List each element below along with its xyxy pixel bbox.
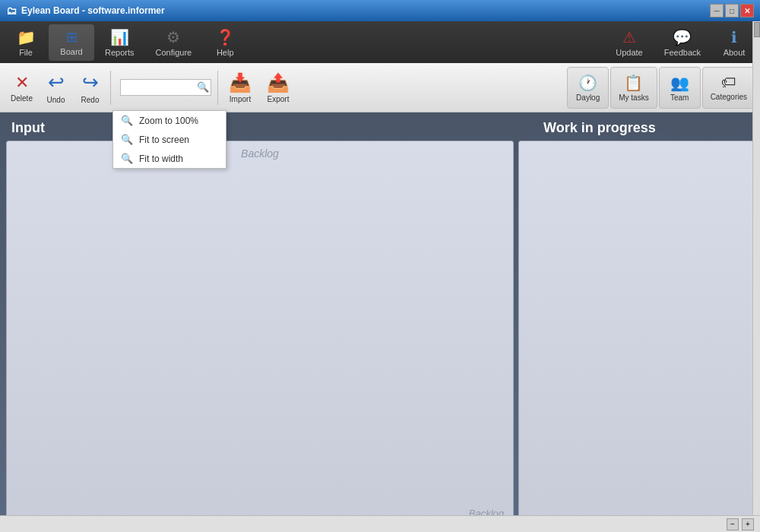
zoom-100-label: Zoom to 100%: [139, 116, 198, 126]
my-tasks-button[interactable]: 📋 My tasks: [610, 67, 657, 109]
input-column: Backlog Backlog: [6, 141, 514, 526]
menu-item-help[interactable]: ❓ Help: [202, 24, 248, 61]
fit-screen-item[interactable]: 🔍 Fit to screen: [113, 130, 226, 149]
input-backlog-top-label: Backlog: [241, 147, 279, 160]
fit-width-item[interactable]: 🔍 Fit to width: [113, 149, 226, 168]
daylog-icon: 🕐: [578, 74, 597, 92]
app-icon: 🗂: [6, 5, 17, 17]
fit-width-icon: 🔍: [121, 153, 133, 164]
team-button[interactable]: 👥 Team: [659, 67, 701, 109]
zoom-100-item[interactable]: 🔍 Zoom to 100%: [113, 111, 226, 130]
menu-right: ⚠ Update 💬 Feedback ℹ About: [605, 24, 757, 61]
search-icon[interactable]: 🔍: [197, 81, 209, 93]
bottom-bar: − +: [0, 515, 760, 532]
toolbar-right: 🕐 Daylog 📋 My tasks 👥 Team 🏷 Categories: [565, 63, 755, 112]
menu-board-label: Board: [60, 47, 82, 56]
categories-button[interactable]: 🏷 Categories: [702, 67, 755, 109]
my-tasks-icon: 📋: [624, 74, 643, 92]
file-icon: 📁: [17, 28, 36, 46]
board-icon: ⊞: [66, 29, 78, 46]
fit-width-label: Fit to width: [139, 154, 183, 164]
categories-icon: 🏷: [721, 74, 736, 91]
toolbar-divider-1: [110, 71, 111, 105]
maximize-button[interactable]: □: [725, 4, 739, 17]
menu-item-update[interactable]: ⚠ Update: [605, 24, 653, 61]
delete-icon: ✕: [15, 73, 29, 93]
fit-screen-icon: 🔍: [121, 134, 133, 145]
board-area: Input Work in progress Backlog Backlog: [0, 112, 760, 532]
bottom-plus-button[interactable]: +: [742, 518, 754, 530]
delete-label: Delete: [11, 94, 33, 103]
help-icon: ❓: [216, 28, 235, 46]
menu-item-reports[interactable]: 📊 Reports: [94, 24, 145, 61]
import-label: Import: [230, 95, 251, 103]
zoom-dropdown: 🔍 Zoom to 100% 🔍 Fit to screen 🔍 Fit to …: [112, 110, 226, 169]
categories-label: Categories: [711, 93, 747, 101]
export-button[interactable]: 📤 Export: [259, 67, 297, 109]
input-column-header: Input: [0, 120, 532, 136]
zoom-100-icon: 🔍: [121, 115, 133, 126]
menu-item-about[interactable]: ℹ About: [711, 24, 757, 61]
title-bar: 🗂 Eylean Board - software.informer ─ □ ✕: [0, 0, 760, 21]
fit-screen-label: Fit to screen: [139, 135, 189, 145]
search-box: 🔍: [120, 79, 211, 96]
daylog-label: Daylog: [576, 93, 600, 102]
menu-update-label: Update: [616, 48, 642, 57]
configure-icon: ⚙: [166, 28, 180, 46]
redo-button[interactable]: ↪ Redo: [73, 67, 107, 109]
menu-reports-label: Reports: [105, 48, 135, 57]
menu-item-configure[interactable]: ⚙ Configure: [145, 24, 203, 61]
about-icon: ℹ: [731, 28, 737, 46]
toolbar-divider-2: [217, 71, 218, 105]
team-icon: 👥: [670, 74, 689, 92]
team-label: Team: [670, 93, 689, 102]
import-button[interactable]: 📥 Import: [221, 67, 259, 109]
menu-item-feedback[interactable]: 💬 Feedback: [654, 24, 711, 61]
my-tasks-label: My tasks: [619, 93, 648, 102]
delete-button[interactable]: ✕ Delete: [5, 67, 39, 109]
menu-configure-label: Configure: [156, 48, 192, 57]
wip-column-header: Work in progress: [532, 120, 760, 136]
menu-about-label: About: [724, 48, 746, 57]
menu-item-board[interactable]: ⊞ Board: [49, 24, 94, 61]
board-columns: Backlog Backlog: [0, 141, 760, 532]
title-bar-controls[interactable]: ─ □ ✕: [710, 4, 754, 17]
close-button[interactable]: ✕: [740, 4, 754, 17]
menu-feedback-label: Feedback: [664, 48, 701, 57]
scrollbar-thumb[interactable]: [754, 22, 760, 37]
reports-icon: 📊: [110, 28, 129, 46]
menu-file-label: File: [19, 48, 33, 57]
undo-icon: ↩: [48, 71, 65, 94]
menu-help-label: Help: [217, 48, 234, 57]
update-icon: ⚠: [622, 28, 636, 46]
menu-bar: 📁 File ⊞ Board 📊 Reports ⚙ Configure ❓ H…: [0, 21, 760, 63]
feedback-icon: 💬: [673, 28, 692, 46]
redo-label: Redo: [81, 96, 100, 104]
minimize-button[interactable]: ─: [710, 4, 724, 17]
redo-icon: ↪: [82, 71, 99, 94]
toolbar: ✕ Delete ↩ Undo ↪ Redo 🔍 📥 Import 📤 Expo…: [0, 63, 760, 112]
daylog-button[interactable]: 🕐 Daylog: [567, 67, 609, 109]
wip-column: [518, 141, 754, 526]
title-bar-left: 🗂 Eylean Board - software.informer: [6, 5, 165, 17]
undo-label: Undo: [47, 96, 65, 104]
scrollbar[interactable]: [752, 21, 760, 532]
menu-item-file[interactable]: 📁 File: [3, 24, 49, 61]
export-icon: 📤: [267, 72, 290, 93]
bottom-minus-button[interactable]: −: [727, 518, 739, 530]
window-title: Eylean Board - software.informer: [21, 5, 165, 16]
export-label: Export: [268, 95, 290, 103]
undo-button[interactable]: ↩ Undo: [39, 67, 73, 109]
import-icon: 📥: [229, 72, 252, 93]
